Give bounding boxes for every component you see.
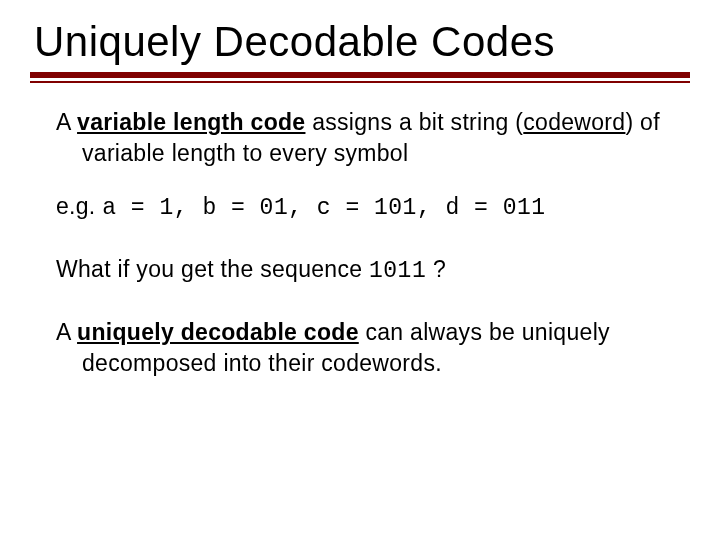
text: A <box>56 319 77 345</box>
slide-body: A variable length code assigns a bit str… <box>0 83 720 379</box>
paragraph-definition: A variable length code assigns a bit str… <box>56 107 670 169</box>
title-rule <box>30 72 690 83</box>
term-codeword: codeword <box>523 109 625 135</box>
rule-thick <box>30 72 690 78</box>
code-sequence: 1011 <box>369 258 426 284</box>
text: assigns a bit string ( <box>305 109 523 135</box>
text: What if you get the sequence <box>56 256 369 282</box>
text: ? <box>426 256 446 282</box>
paragraph-example: e.g. a = 1, b = 01, c = 101, d = 011 <box>56 191 670 224</box>
term-uniquely-decodable-code: uniquely decodable code <box>77 319 359 345</box>
term-variable-length-code: variable length code <box>77 109 305 135</box>
text: A <box>56 109 77 135</box>
text: e.g. <box>56 193 102 219</box>
slide: Uniquely Decodable Codes A variable leng… <box>0 0 720 540</box>
code-assignments: a = 1, b = 01, c = 101, d = 011 <box>102 195 545 221</box>
paragraph-question: What if you get the sequence 1011 ? <box>56 254 670 287</box>
slide-title: Uniquely Decodable Codes <box>0 18 720 72</box>
paragraph-udc: A uniquely decodable code can always be … <box>56 317 670 379</box>
